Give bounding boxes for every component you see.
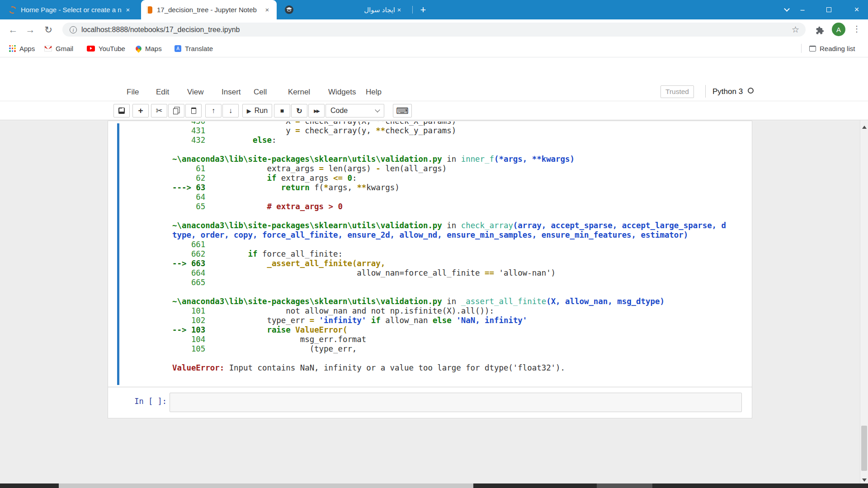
menu-edit[interactable]: Edit	[156, 88, 169, 97]
cell-type-select[interactable]: Code	[326, 104, 384, 117]
bookmark-translate[interactable]: A Translate	[175, 40, 213, 57]
menu-kernel[interactable]: Kernel	[288, 88, 310, 97]
taskbar-edge	[473, 483, 597, 488]
extensions-icon[interactable]	[812, 20, 827, 41]
traceback-line	[172, 287, 726, 297]
traceback-line: --> 663 _assert_all_finite(array,	[172, 259, 726, 268]
maximize-icon[interactable]	[818, 0, 839, 19]
address-bar[interactable]: i localhost:8888/notebooks/17_decision_t…	[62, 23, 806, 37]
menu-view[interactable]: View	[187, 88, 204, 97]
traceback-line: ~\anaconda3\lib\site-packages\sklearn\ut…	[172, 221, 726, 230]
maps-pin-icon	[134, 44, 142, 52]
close-icon[interactable]: ×	[263, 6, 271, 14]
move-cell-up-button[interactable]: ↑	[205, 104, 222, 117]
reading-list-icon	[809, 46, 816, 52]
close-icon[interactable]: ×	[124, 6, 132, 14]
kernel-idle-indicator-icon	[748, 88, 754, 94]
translate-icon: A	[175, 45, 181, 52]
avatar[interactable]: A	[832, 23, 845, 36]
notebook-container: 430 X = check_array(X, **check_X_params)…	[108, 121, 752, 418]
traceback-line: 64	[172, 192, 726, 202]
taskbar-edge	[0, 483, 59, 488]
traceback-line: --> 103 raise ValueError(	[172, 325, 726, 335]
traceback-line: 430 X = check_array(X, **check_X_params)	[172, 122, 726, 126]
run-icon: ▶	[247, 108, 251, 114]
divider	[801, 44, 802, 53]
scroll-up-icon[interactable]	[862, 126, 867, 129]
bookmark-apps[interactable]: Apps	[9, 40, 35, 57]
save-button[interactable]	[113, 104, 130, 117]
cut-cell-button[interactable]: ✂	[151, 104, 167, 117]
scrollbar[interactable]	[860, 120, 868, 488]
menu-insert[interactable]: Insert	[222, 88, 241, 97]
tab-title: ايجاد سوال	[298, 6, 395, 14]
notebook-book-favicon	[146, 6, 152, 14]
traceback-line: 432 else:	[172, 136, 726, 145]
error-output-area[interactable]: 430 X = check_array(X, **check_X_params)…	[108, 122, 752, 387]
input-prompt: In [ ]:	[108, 397, 167, 406]
close-icon[interactable]: ×	[395, 6, 403, 14]
stop-kernel-button[interactable]: ■	[274, 104, 290, 117]
forward-icon[interactable]: →	[23, 19, 38, 40]
menu-help[interactable]: Help	[366, 88, 382, 97]
browser-tab-notebook[interactable]: 17_decision_tree - Jupyter Noteb ×	[141, 0, 277, 19]
browser-menu-dots-icon[interactable]: ⋮	[853, 24, 861, 34]
run-cell-button[interactable]: ▶ Run	[242, 104, 272, 117]
notebook-menubar: File Edit View Insert Cell Kernel Widget…	[0, 84, 868, 101]
traceback-line: ~\anaconda3\lib\site-packages\sklearn\ut…	[172, 155, 726, 164]
bookmarks-bar: Apps Gmail YouTube Maps A Translate Read…	[0, 40, 868, 57]
selected-cell-bar	[117, 123, 119, 385]
code-input-cell[interactable]	[170, 393, 742, 412]
traceback-line: 105 (type_err,	[172, 344, 726, 354]
youtube-icon	[87, 46, 95, 52]
screen: Home Page - Select or create a n × 17_de…	[0, 0, 868, 488]
new-tab-button[interactable]: +	[417, 4, 429, 16]
add-cell-button[interactable]: +	[132, 104, 149, 117]
menu-file[interactable]: File	[127, 88, 139, 97]
browser-tab-bar: Home Page - Select or create a n × 17_de…	[0, 0, 868, 19]
bookmark-star-icon[interactable]: ☆	[792, 24, 799, 35]
traceback-line: 61 extra_args = len(args) - len(all_args…	[172, 164, 726, 174]
scroll-down-icon[interactable]	[862, 479, 867, 482]
menu-widgets[interactable]: Widgets	[328, 88, 356, 97]
traceback-line	[172, 354, 726, 363]
trusted-badge: Trusted	[660, 85, 694, 98]
taskbar-edge	[597, 483, 652, 488]
traceback-line: ---> 63 return f(*args, **kwargs)	[172, 183, 726, 192]
scrollbar-thumb[interactable]	[861, 426, 867, 471]
command-palette-button[interactable]: ⌨	[393, 104, 412, 117]
browser-tab-rtl[interactable]: ايجاد سوال ×	[280, 0, 408, 19]
menu-cell[interactable]: Cell	[254, 88, 267, 97]
kernel-name: Python 3	[712, 87, 743, 96]
browser-tab-home[interactable]: Home Page - Select or create a n ×	[5, 0, 137, 19]
notebook-area: 430 X = check_array(X, **check_X_params)…	[0, 120, 868, 488]
minimize-icon[interactable]: –	[792, 0, 813, 19]
traceback-line	[172, 211, 726, 221]
site-info-icon[interactable]: i	[70, 26, 77, 33]
bookmark-label: YouTube	[99, 45, 125, 52]
traceback-line: 62 if extra_args <= 0:	[172, 174, 726, 183]
url-text[interactable]: localhost:8888/notebooks/17_decision_tre…	[81, 26, 792, 34]
reading-list-label: Reading list	[820, 45, 855, 52]
jupyter-ring-favicon	[8, 5, 18, 14]
back-icon[interactable]: ←	[5, 19, 21, 40]
bookmark-youtube[interactable]: YouTube	[87, 40, 125, 57]
bookmark-maps[interactable]: Maps	[136, 40, 162, 57]
traceback-line: 102 type_err = 'infinity' if allow_nan e…	[172, 316, 726, 325]
traceback-line: 101 not allow_nan and not np.isfinite(X)…	[172, 306, 726, 316]
restart-run-all-button[interactable]: ▶▶	[308, 104, 325, 117]
tab-title: 17_decision_tree - Jupyter Noteb	[157, 6, 263, 14]
taskbar-edge	[59, 483, 473, 488]
refresh-icon[interactable]: ↻	[41, 19, 56, 40]
apps-grid-icon	[9, 45, 16, 52]
traceback-line: ValueError: Input contains NaN, infinity…	[172, 363, 726, 373]
window-close-icon[interactable]: ×	[845, 0, 868, 19]
restart-kernel-button[interactable]: ↻	[291, 104, 307, 117]
move-cell-down-button[interactable]: ↓	[222, 104, 239, 117]
reading-list-button[interactable]: Reading list	[809, 40, 855, 57]
bookmark-gmail[interactable]: Gmail	[44, 40, 73, 57]
copy-cell-button[interactable]	[168, 104, 184, 117]
notebook-toolbar: + ✂ ↑ ↓ ▶ Run ■ ↻ ▶▶ Code ⌨	[0, 101, 868, 120]
traceback-line: 65 # extra_args > 0	[172, 202, 726, 211]
paste-cell-button[interactable]	[185, 104, 202, 117]
